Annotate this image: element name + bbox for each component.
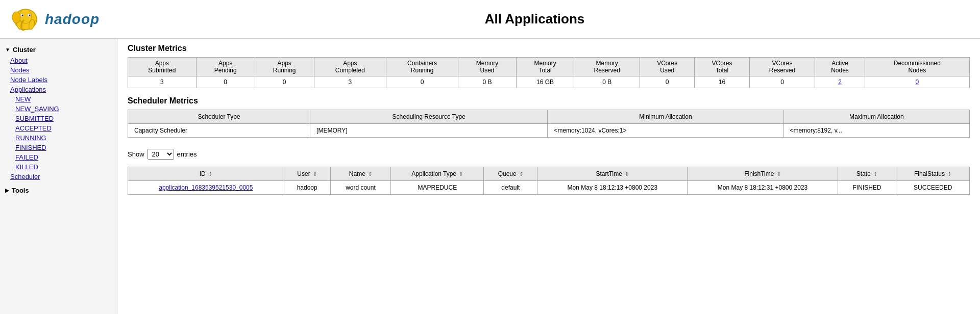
cluster-metrics-table: AppsSubmitted AppsPending AppsRunning Ap… [128,57,970,88]
sidebar-tools-label: Tools [12,187,29,194]
svg-point-8 [12,12,20,23]
show-entries-label: Show [128,150,144,158]
applications-table: ID ⇕ User ⇕ Name ⇕ Application Type [128,167,970,195]
col-containers-running: ContainersRunning [386,58,458,76]
app-col-state-label: State [856,170,871,177]
app-col-finish-label: FinishTime [744,170,774,177]
sidebar-item-finished[interactable]: FINISHED [0,143,117,152]
col-vcores-reserved: VCoresReserved [749,58,815,76]
entries-select[interactable]: 102050100 [148,149,174,160]
sidebar-tools-section: ▶ Tools [0,185,117,196]
sidebar-item-scheduler[interactable]: Scheduler [0,172,117,181]
col-apps-running: AppsRunning [255,58,314,76]
val-memory-total: 16 GB [516,76,574,88]
val-vcores-reserved: 0 [749,76,815,88]
svg-point-7 [29,15,31,16]
entries-suffix: entries [177,150,197,158]
col-vcores-total: VCoresTotal [695,58,749,76]
metrics-row: 3 0 0 3 0 0 B 16 GB 0 B 0 16 0 2 0 [128,76,970,88]
app-finish-cell: Mon May 8 18:12:31 +0800 2023 [688,181,838,195]
app-col-finish: FinishTime ⇕ [688,167,838,181]
sidebar-item-nodes[interactable]: Nodes [0,65,117,75]
scheduler-val-min-alloc: <memory:1024, vCores:1> [548,124,783,138]
main-content: ▼ Cluster About Nodes Node Labels Applic… [0,39,980,314]
scheduler-row: Capacity Scheduler [MEMORY] <memory:1024… [128,124,970,138]
app-state-cell: FINISHED [838,181,896,195]
val-apps-running: 0 [255,76,314,88]
sidebar-item-applications[interactable]: Applications [0,85,117,94]
scheduler-metrics-table: Scheduler Type Scheduling Resource Type … [128,110,970,138]
sidebar-item-new-saving[interactable]: NEW_SAVING [0,104,117,114]
sidebar-tools-header[interactable]: ▶ Tools [0,185,117,196]
scheduler-val-resource-type: [MEMORY] [310,124,548,138]
col-memory-used: MemoryUsed [458,58,517,76]
show-entries-bar: Show 102050100 entries [128,146,970,163]
col-decommissioned-nodes: DecommissionedNodes [865,58,969,76]
app-start-cell: Mon May 8 18:12:13 +0800 2023 [537,181,688,195]
val-apps-submitted: 3 [128,76,197,88]
app-col-final-status-label: FinalStatus [914,170,945,177]
cluster-metrics-title: Cluster Metrics [128,44,970,53]
sidebar-item-accepted[interactable]: ACCEPTED [0,123,117,133]
state-sort-icon[interactable]: ⇕ [873,171,877,177]
val-apps-completed: 3 [314,76,386,88]
app-col-type-label: Application Type [411,170,456,177]
active-nodes-link[interactable]: 2 [838,78,842,86]
finish-sort-icon[interactable]: ⇕ [777,171,781,177]
val-active-nodes: 2 [815,76,865,88]
col-apps-submitted: AppsSubmitted [128,58,197,76]
app-col-queue: Queue ⇕ [484,167,537,181]
app-col-final-status: FinalStatus ⇕ [896,167,970,181]
sidebar-item-new[interactable]: NEW [0,94,117,104]
hadoop-elephant-icon [10,5,41,33]
app-col-user-label: User [297,170,310,177]
app-col-queue-label: Queue [498,170,517,177]
page-title: All Applications [100,11,970,27]
content-area: Cluster Metrics AppsSubmitted AppsPendin… [117,39,980,314]
logo-area: hadoop [10,5,100,33]
sidebar: ▼ Cluster About Nodes Node Labels Applic… [0,39,117,314]
sidebar-cluster-section: ▼ Cluster About Nodes Node Labels Applic… [0,44,117,181]
app-col-name-label: Name [349,170,365,177]
type-sort-icon[interactable]: ⇕ [459,171,463,177]
tools-collapse-arrow: ▶ [5,188,9,193]
scheduler-val-max-alloc: <memory:8192, v... [783,124,969,138]
app-name-cell: word count [330,181,391,195]
app-id-link[interactable]: application_1683539521530_0005 [159,184,253,191]
sidebar-item-about[interactable]: About [0,56,117,65]
col-apps-pending: AppsPending [196,58,255,76]
decommissioned-nodes-link[interactable]: 0 [915,78,919,86]
scheduler-val-type: Capacity Scheduler [128,124,310,138]
final-status-sort-icon[interactable]: ⇕ [947,171,951,177]
app-col-start-label: StartTime [596,170,622,177]
app-user-cell: hadoop [284,181,330,195]
val-vcores-total: 16 [695,76,749,88]
id-sort-icon[interactable]: ⇕ [208,171,212,177]
app-col-id-label: ID [200,170,206,177]
val-apps-pending: 0 [196,76,255,88]
svg-point-6 [22,15,23,16]
col-vcores-used: VCoresUsed [640,58,695,76]
sidebar-item-failed[interactable]: FAILED [0,152,117,162]
app-col-type: Application Type ⇕ [391,167,484,181]
val-containers-running: 0 [386,76,458,88]
sidebar-item-node-labels[interactable]: Node Labels [0,75,117,85]
sidebar-cluster-header[interactable]: ▼ Cluster [0,44,117,56]
page-wrapper: hadoop All Applications ▼ Cluster About … [0,0,980,314]
sidebar-item-running[interactable]: RUNNING [0,133,117,143]
sidebar-item-submitted[interactable]: SUBMITTED [0,114,117,123]
name-sort-icon[interactable]: ⇕ [368,171,372,177]
header: hadoop All Applications [0,0,980,39]
logo-text: hadoop [45,11,100,28]
scheduler-col-resource-type: Scheduling Resource Type [310,110,548,124]
app-col-user: User ⇕ [284,167,330,181]
col-active-nodes: ActiveNodes [815,58,865,76]
sidebar-item-killed[interactable]: KILLED [0,162,117,172]
col-memory-reserved: MemoryReserved [574,58,640,76]
scheduler-col-type: Scheduler Type [128,110,310,124]
user-sort-icon[interactable]: ⇕ [313,171,317,177]
app-col-name: Name ⇕ [330,167,391,181]
queue-sort-icon[interactable]: ⇕ [519,171,523,177]
app-type-cell: MAPREDUCE [391,181,484,195]
start-sort-icon[interactable]: ⇕ [625,171,629,177]
